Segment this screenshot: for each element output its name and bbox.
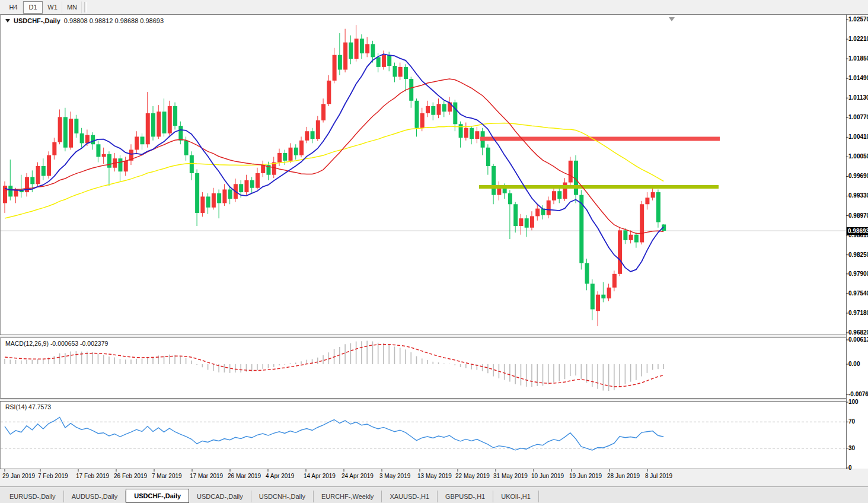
date-tick-label: 26 Feb 2019 <box>114 473 147 479</box>
symbol-tab-usdcad-daily[interactable]: USDCAD-,Daily <box>189 491 251 502</box>
price-tick-label: 0.99330 <box>848 193 868 199</box>
candle <box>442 101 446 117</box>
price-tick-label: 1.00050 <box>848 154 868 160</box>
candle <box>563 178 567 201</box>
macd-tick-label: 0.00 <box>848 361 860 367</box>
candle <box>656 189 660 227</box>
candle <box>261 161 265 177</box>
candle <box>42 158 46 180</box>
rsi-indicator-label: RSI(14) 47.7573 <box>5 403 51 410</box>
date-tick-label: 24 Apr 2019 <box>342 473 374 479</box>
candle <box>36 163 40 187</box>
price-tick-label: 1.00770 <box>848 114 868 120</box>
price-tick-label: 0.98250 <box>848 252 868 258</box>
candle <box>157 105 161 139</box>
price-tick-label: 0.97900 <box>848 271 868 277</box>
price-tick-label: 0.97540 <box>848 291 868 297</box>
candle <box>217 189 221 218</box>
chart-symbol-label: USDCHF-,Daily <box>14 17 60 24</box>
candle <box>470 126 474 144</box>
candle <box>464 123 468 141</box>
candle <box>448 97 452 114</box>
price-tick-label: 0.99690 <box>848 173 868 179</box>
candle <box>212 188 216 210</box>
candle <box>569 157 573 187</box>
price-tick-label: 0.96820 <box>848 330 868 336</box>
candle <box>382 50 386 69</box>
main-chart-layer <box>1 25 846 326</box>
candle <box>58 110 62 145</box>
chart-shift-marker <box>669 17 675 21</box>
candle <box>508 190 512 239</box>
candle <box>481 128 485 155</box>
candle <box>107 151 111 186</box>
candle <box>200 192 205 217</box>
candle <box>591 279 595 320</box>
price-tick-label: 0.98970 <box>848 213 868 219</box>
candle <box>404 64 408 91</box>
date-tick-label: 31 May 2019 <box>493 473 528 479</box>
rsi-tick-label: 70 <box>848 419 855 425</box>
axis-ticks <box>5 20 848 472</box>
candle <box>52 138 56 160</box>
candle <box>530 211 534 230</box>
candle <box>168 101 172 136</box>
candle <box>596 291 600 326</box>
date-tick-label: 28 Jun 2019 <box>607 473 640 479</box>
candle <box>607 284 611 301</box>
symbol-tab-eurchf-weekly[interactable]: EURCHF-,Weekly <box>314 491 382 502</box>
candle <box>645 192 649 209</box>
date-tick-label: 7 Feb 2019 <box>38 473 68 479</box>
candle <box>338 33 342 75</box>
candle <box>277 149 282 166</box>
candle <box>74 115 78 138</box>
candle <box>398 63 403 80</box>
candle <box>437 98 441 118</box>
chart-title-row: USDCHF-,Daily 0.98808 0.98812 0.98688 0.… <box>5 17 164 24</box>
candle <box>141 133 145 150</box>
price-tick-label: 1.01130 <box>848 95 868 101</box>
candle <box>552 187 556 204</box>
candle <box>63 108 68 151</box>
symbol-tab-audusd-daily[interactable]: AUDUSD-,Daily <box>64 491 126 502</box>
macd-layer <box>5 340 663 391</box>
candle <box>486 144 490 174</box>
chart-canvas[interactable] <box>0 0 868 503</box>
candle <box>355 25 359 62</box>
candle <box>497 182 501 200</box>
candle <box>459 122 463 148</box>
symbol-tab-xauusd-h1[interactable]: XAUUSD-,H1 <box>382 491 438 502</box>
date-tick-label: 14 Apr 2019 <box>304 473 336 479</box>
candle <box>333 48 337 84</box>
candle <box>392 63 397 82</box>
candle <box>146 92 150 148</box>
candle <box>343 29 347 72</box>
candle <box>426 101 430 117</box>
candle <box>535 204 540 221</box>
symbol-tab-usdchf-daily[interactable]: USDCHF-,Daily <box>126 489 189 503</box>
chart-dropdown-icon[interactable] <box>5 19 10 23</box>
candle <box>222 184 226 206</box>
candle <box>519 214 523 235</box>
chart-ohlc-readout: 0.98808 0.98812 0.98688 0.98693 <box>64 17 164 24</box>
candle <box>124 157 128 176</box>
candle <box>69 112 73 149</box>
price-tick-label: 1.01850 <box>848 56 868 62</box>
candle <box>289 143 293 163</box>
symbol-tab-bar: EURUSD-,DailyAUDUSD-,DailyUSDCHF-,DailyU… <box>0 486 868 503</box>
candle <box>190 151 194 180</box>
symbol-tab-ukoil-h1[interactable]: UKOil-,H1 <box>493 491 539 502</box>
symbol-tab-eurusd-daily[interactable]: EURUSD-,Daily <box>2 491 64 502</box>
candle <box>162 98 167 136</box>
candle <box>327 75 331 106</box>
current-price-label: 0.98693 <box>847 227 868 235</box>
date-tick-label: 4 Apr 2019 <box>266 473 294 479</box>
candle <box>47 151 51 179</box>
candle <box>431 103 435 120</box>
candle <box>547 196 551 218</box>
symbol-tab-gbpusd-h1[interactable]: GBPUSD-,H1 <box>438 491 493 502</box>
symbol-tab-usdcnh-daily[interactable]: USDCNH-,Daily <box>251 491 314 502</box>
date-tick-label: 26 Mar 2019 <box>228 473 261 479</box>
price-tick-label: 1.02570 <box>848 17 868 23</box>
candle <box>20 175 24 198</box>
